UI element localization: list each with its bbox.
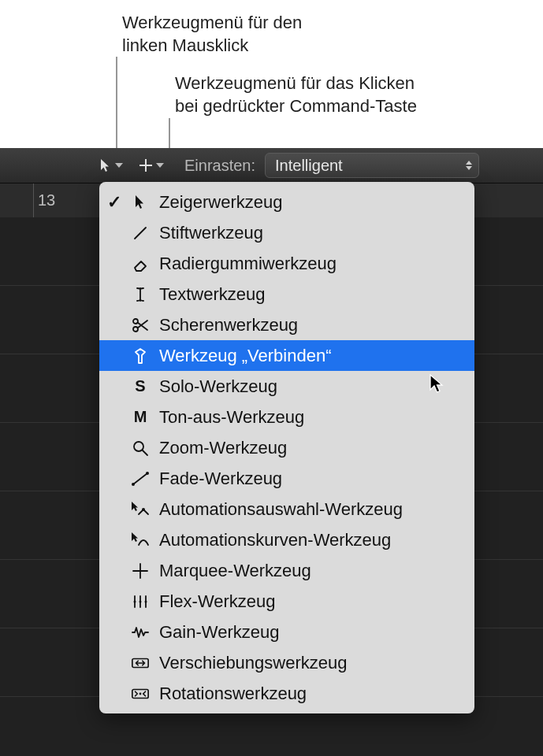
snap-mode-value: Intelligent	[275, 157, 343, 175]
svg-point-4	[146, 472, 149, 475]
gain-icon	[131, 623, 150, 642]
move-icon	[131, 654, 150, 673]
menu-item-automation-sel[interactable]: Automationsauswahl-Werkzeug	[99, 494, 474, 524]
rotate-icon	[131, 684, 150, 703]
menu-item-marquee[interactable]: Marquee-Werkzeug	[99, 555, 474, 586]
svg-point-11	[139, 692, 142, 695]
chevron-down-icon	[156, 163, 164, 168]
menu-item-label: Stiftwerkzeug	[159, 223, 463, 243]
menu-item-label: Ton-aus-Werkzeug	[159, 407, 463, 428]
cmd-click-tool-dropdown[interactable]	[134, 154, 169, 176]
toolbar: Einrasten: Intelligent	[0, 148, 543, 183]
updown-icon	[466, 161, 472, 170]
menu-item-label: Zeigerwerkzeug	[159, 192, 463, 213]
svg-point-5	[142, 508, 145, 511]
eraser-icon	[131, 254, 150, 273]
menu-item-automation-curve[interactable]: Automationskurven-Werkzeug	[99, 524, 474, 555]
menu-item-magnifier[interactable]: Zoom-Werkzeug	[99, 432, 474, 463]
menu-item-letter-m[interactable]: MTon-aus-Werkzeug	[99, 402, 474, 432]
automation-curve-icon	[131, 531, 150, 550]
tool-menu-popup: ✓ZeigerwerkzeugStiftwerkzeugRadiergummiw…	[99, 182, 474, 713]
fade-icon	[131, 469, 150, 488]
svg-point-6	[134, 600, 136, 602]
menu-item-label: Verschiebungswerkzeug	[159, 653, 463, 673]
menu-item-label: Flex-Werkzeug	[159, 591, 463, 612]
menu-item-label: Werkzeug „Verbinden“	[159, 346, 463, 366]
menu-item-scissors[interactable]: Scherenwerkzeug	[99, 309, 474, 340]
chevron-down-icon	[115, 163, 123, 168]
menu-item-eraser[interactable]: Radiergummiwerkzeug	[99, 248, 474, 279]
menu-item-gain[interactable]: Gain-Werkzeug	[99, 617, 474, 647]
pointer-icon	[131, 193, 150, 212]
scissors-icon	[131, 316, 150, 335]
letter-s-icon: S	[131, 377, 150, 396]
menu-item-flex[interactable]: Flex-Werkzeug	[99, 586, 474, 617]
left-click-tool-dropdown[interactable]	[95, 154, 128, 176]
menu-item-glue[interactable]: Werkzeug „Verbinden“	[99, 340, 474, 371]
menu-item-label: Radiergummiwerkzeug	[159, 254, 463, 274]
magnifier-icon	[131, 439, 150, 458]
menu-item-rotate[interactable]: Rotationswerkzeug	[99, 678, 474, 709]
ruler-tick: 13	[33, 183, 34, 218]
pointer-icon	[99, 158, 112, 172]
ruler-number: 13	[38, 191, 55, 209]
menu-item-text-cursor[interactable]: Textwerkzeug	[99, 279, 474, 309]
menu-item-label: Automationsauswahl-Werkzeug	[159, 499, 463, 520]
menu-item-label: Fade-Werkzeug	[159, 469, 463, 489]
letter-m-icon: M	[131, 408, 150, 427]
callout-leader	[116, 57, 117, 156]
svg-point-7	[139, 600, 142, 602]
text-cursor-icon	[131, 285, 150, 304]
svg-point-2	[134, 442, 143, 451]
crosshair-icon	[139, 158, 153, 172]
marquee-icon	[131, 561, 150, 580]
check-mark: ✓	[107, 192, 121, 213]
menu-item-label: Automationskurven-Werkzeug	[159, 530, 463, 550]
pencil-icon	[131, 224, 150, 243]
menu-item-label: Marquee-Werkzeug	[159, 561, 463, 581]
snap-mode-select[interactable]: Intelligent	[265, 153, 479, 178]
menu-item-label: Zoom-Werkzeug	[159, 438, 463, 458]
glue-icon	[131, 346, 150, 365]
menu-item-label: Gain-Werkzeug	[159, 622, 463, 643]
menu-item-move[interactable]: Verschiebungswerkzeug	[99, 647, 474, 678]
menu-item-fade[interactable]: Fade-Werkzeug	[99, 463, 474, 494]
menu-item-label: Solo-Werkzeug	[159, 376, 463, 397]
snap-label: Einrasten:	[184, 157, 255, 175]
callout-left-tool-menu: Werkzeugmenü für den linken Mausklick	[122, 12, 302, 57]
menu-item-letter-s[interactable]: SSolo-Werkzeug	[99, 371, 474, 402]
menu-item-label: Textwerkzeug	[159, 284, 463, 305]
flex-icon	[131, 592, 150, 611]
automation-sel-icon	[131, 500, 150, 519]
svg-point-8	[145, 600, 147, 602]
menu-item-label: Rotationswerkzeug	[159, 684, 463, 704]
menu-item-pointer[interactable]: ✓Zeigerwerkzeug	[99, 187, 474, 217]
menu-item-pencil[interactable]: Stiftwerkzeug	[99, 217, 474, 248]
menu-item-label: Scherenwerkzeug	[159, 315, 463, 335]
callout-cmd-tool-menu: Werkzeugmenü für das Klicken bei gedrück…	[175, 72, 417, 117]
svg-point-3	[132, 483, 135, 486]
